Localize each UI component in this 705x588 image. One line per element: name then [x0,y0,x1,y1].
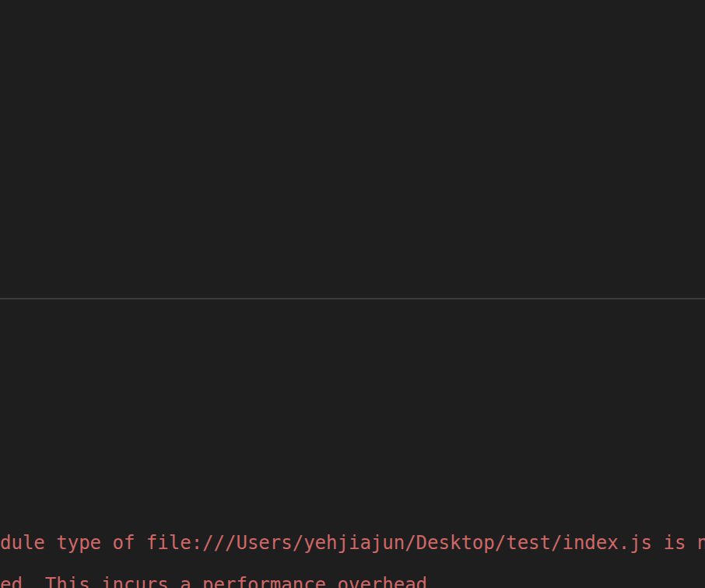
terminal-pane[interactable]: dule type of file:///Users/yehjiajun/Des… [0,299,705,588]
screen: { "colors": { "background": "#1e1e1e", "… [0,0,705,588]
upper-pane [0,0,705,298]
terminal-warning-line: ed. This incurs a performance overhead [0,574,705,588]
terminal-warning-line: dule type of file:///Users/yehjiajun/Des… [0,532,705,554]
